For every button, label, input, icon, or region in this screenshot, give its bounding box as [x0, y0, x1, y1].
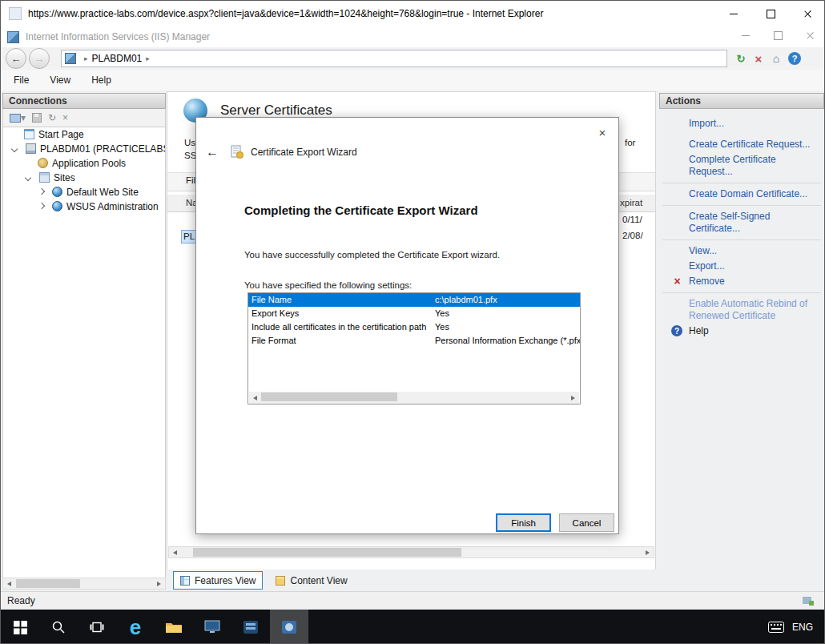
- action-complete-certificate-request[interactable]: Complete Certificate Request...: [659, 152, 824, 179]
- tree-item-server[interactable]: PLABDM01 (PRACTICELABS\: [3, 142, 165, 156]
- scroll-right-arrow-icon[interactable]: [153, 578, 165, 589]
- maximize-icon: [774, 31, 783, 40]
- chevron-right-icon[interactable]: [38, 203, 45, 209]
- search-icon: [51, 620, 66, 634]
- remove-connection-button[interactable]: ×: [60, 111, 70, 125]
- setting-value: Yes: [435, 307, 580, 320]
- scroll-left-arrow-icon[interactable]: [3, 578, 15, 589]
- task-view-button[interactable]: [78, 610, 116, 644]
- cancel-button[interactable]: Cancel: [559, 513, 614, 532]
- iis-window-title: Internet Information Services (IIS) Mana…: [26, 31, 730, 42]
- breadcrumb-arrow-icon[interactable]: ▸: [146, 54, 150, 62]
- iis-manager-window-button[interactable]: [270, 610, 308, 644]
- ie-maximize-button[interactable]: [752, 1, 789, 26]
- finish-button[interactable]: Finish: [496, 513, 551, 532]
- chevron-down-icon[interactable]: [25, 175, 31, 181]
- scrollbar-thumb[interactable]: [16, 579, 80, 588]
- tree-item-sites[interactable]: Sites: [3, 171, 165, 185]
- forward-button[interactable]: →: [29, 48, 50, 69]
- action-export[interactable]: Export...: [659, 259, 824, 274]
- address-bar[interactable]: ▸ PLABDM01 ▸: [61, 50, 727, 67]
- help-icon: ?: [671, 325, 683, 336]
- task-view-icon: [90, 620, 104, 634]
- action-view[interactable]: View...: [659, 244, 824, 259]
- certificate-row-expiration-fragment: 0/11/: [622, 215, 642, 224]
- wizard-settings-table[interactable]: File Name c:\plabdm01.pfx Export Keys Ye…: [248, 292, 581, 405]
- menu-file[interactable]: File: [6, 71, 37, 89]
- action-help[interactable]: ? Help: [659, 324, 824, 339]
- remove-x-icon: ×: [671, 276, 683, 287]
- action-create-certificate-request[interactable]: Create Certificate Request...: [659, 137, 824, 152]
- internet-explorer-button[interactable]: e: [116, 610, 155, 644]
- action-remove[interactable]: × Remove: [659, 274, 824, 289]
- action-import[interactable]: Import...: [659, 116, 824, 131]
- tab-label: Features View: [195, 575, 256, 586]
- refresh-button[interactable]: ↻: [732, 50, 750, 67]
- tab-content-view[interactable]: Content View: [269, 572, 353, 589]
- wizard-intro-text: You have successfully completed the Cert…: [244, 250, 500, 260]
- settings-row-file-format[interactable]: File Format Personal Information Exchang…: [248, 334, 580, 348]
- iis-minimize-button[interactable]: [730, 26, 762, 44]
- action-enable-automatic-rebind[interactable]: Enable Automatic Rebind of Renewed Certi…: [659, 296, 824, 324]
- wizard-back-button[interactable]: ←: [206, 145, 219, 159]
- setting-name: File Format: [248, 334, 435, 348]
- tree-item-default-web-site[interactable]: Default Web Site: [3, 185, 165, 199]
- maximize-icon: [767, 10, 775, 18]
- iis-maximize-button[interactable]: [762, 26, 794, 44]
- menu-view[interactable]: View: [42, 71, 78, 89]
- scroll-right-arrow-icon[interactable]: [567, 392, 579, 404]
- search-button[interactable]: [39, 610, 78, 644]
- server-icon: [26, 143, 36, 154]
- menu-help[interactable]: Help: [83, 71, 119, 89]
- back-button[interactable]: ←: [6, 48, 26, 69]
- remote-device-window-button[interactable]: [193, 610, 231, 644]
- help-icon: ?: [792, 54, 798, 63]
- tree-item-wsus-administration[interactable]: WSUS Administration: [3, 199, 165, 214]
- refresh-icon: ↻: [48, 112, 56, 123]
- iis-close-button[interactable]: [794, 26, 825, 44]
- connections-horizontal-scrollbar[interactable]: [2, 578, 166, 590]
- ie-minimize-button[interactable]: [715, 1, 752, 26]
- separator: [662, 205, 821, 206]
- refresh-connection-button[interactable]: ↻: [46, 111, 58, 125]
- stop-button[interactable]: ×: [750, 50, 767, 67]
- taskbar: e: [1, 610, 825, 644]
- connections-header: Connections: [2, 93, 166, 109]
- scroll-left-arrow-icon[interactable]: [169, 547, 181, 557]
- app-window-button[interactable]: [231, 610, 270, 644]
- certificate-export-wizard-dialog: × ← Certificate Export Wizard Completing…: [195, 117, 619, 534]
- home-button[interactable]: ⌂: [767, 50, 785, 67]
- iis-status-icon: [802, 595, 815, 606]
- settings-row-file-name[interactable]: File Name c:\plabdm01.pfx: [248, 293, 580, 307]
- scrollbar-thumb[interactable]: [193, 548, 461, 557]
- file-explorer-button[interactable]: [155, 610, 193, 644]
- scrollbar-thumb[interactable]: [261, 392, 397, 401]
- setting-value: Personal Information Exchange (*.pfx): [435, 334, 580, 348]
- home-icon: ⌂: [773, 52, 779, 65]
- content-horizontal-scrollbar[interactable]: [168, 546, 654, 558]
- help-button[interactable]: ?: [788, 52, 801, 65]
- settings-row-include-all-certificates[interactable]: Include all certificates in the certific…: [248, 320, 580, 334]
- language-indicator[interactable]: ENG: [792, 622, 813, 633]
- status-text: Ready: [7, 595, 35, 606]
- scroll-right-arrow-icon[interactable]: [642, 547, 654, 557]
- action-create-domain-certificate[interactable]: Create Domain Certificate...: [659, 187, 824, 202]
- page-title: Server Certificates: [220, 103, 332, 119]
- save-connections-button[interactable]: [30, 111, 44, 125]
- scroll-left-arrow-icon[interactable]: [249, 392, 261, 404]
- chevron-right-icon[interactable]: [38, 188, 45, 195]
- chevron-down-icon[interactable]: [11, 146, 18, 152]
- separator: [662, 292, 821, 293]
- ie-close-button[interactable]: [789, 1, 825, 26]
- tree-item-start-page[interactable]: Start Page: [3, 127, 165, 142]
- tab-features-view[interactable]: Features View: [173, 571, 263, 590]
- action-label: Help: [689, 325, 709, 336]
- start-button[interactable]: [1, 610, 39, 644]
- action-create-self-signed-certificate[interactable]: Create Self-Signed Certificate...: [659, 209, 824, 236]
- tree-item-application-pools[interactable]: Application Pools: [3, 156, 165, 171]
- create-connection-button[interactable]: ▾: [7, 111, 28, 125]
- table-horizontal-scrollbar[interactable]: [249, 392, 579, 404]
- keyboard-icon[interactable]: [768, 622, 784, 633]
- settings-row-export-keys[interactable]: Export Keys Yes: [248, 307, 580, 320]
- dialog-close-button[interactable]: ×: [591, 123, 614, 142]
